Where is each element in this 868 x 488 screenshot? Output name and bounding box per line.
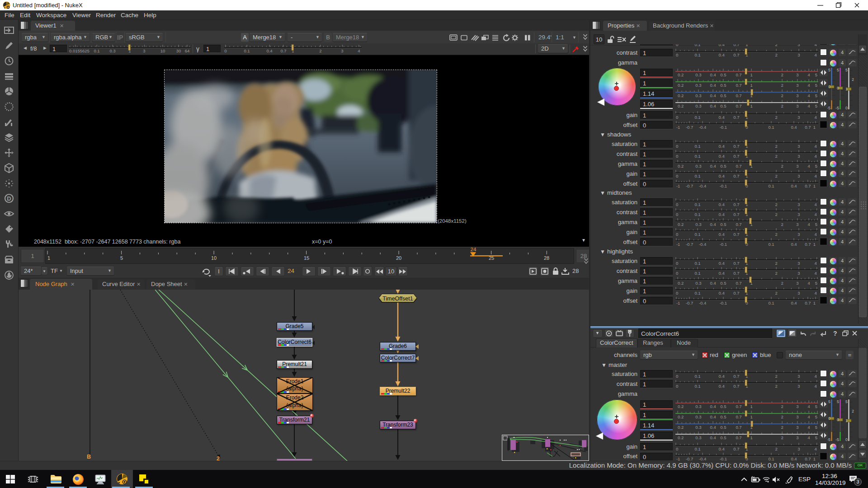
- svg-text:0.4: 0.4: [718, 446, 724, 451]
- svg-text:0.3: 0.3: [695, 404, 701, 409]
- svg-text:0.5: 0.5: [720, 435, 726, 440]
- svg-text:-0.7: -0.7: [686, 300, 693, 305]
- svg-text:4: 4: [815, 115, 817, 120]
- svg-text:0.4: 0.4: [718, 202, 724, 207]
- svg-text:-0.7: -0.7: [686, 125, 693, 130]
- svg-text:2: 2: [781, 404, 783, 409]
- svg-text:I: I: [218, 268, 219, 275]
- svg-text:0.3: 0.3: [695, 83, 701, 88]
- svg-text:0.1: 0.1: [694, 261, 700, 266]
- svg-text:2: 2: [775, 52, 777, 57]
- svg-text:1: 1: [750, 414, 752, 419]
- svg-text:2: 2: [852, 409, 854, 413]
- svg-text:0.4: 0.4: [710, 83, 716, 88]
- svg-text:0.2: 0.2: [678, 435, 684, 440]
- svg-text:24: 24: [471, 247, 476, 252]
- svg-text:0.7: 0.7: [736, 83, 741, 88]
- svg-text:3: 3: [796, 83, 798, 88]
- svg-text:0: 0: [676, 446, 678, 451]
- svg-text:0.7: 0.7: [733, 52, 739, 57]
- svg-text:0.7: 0.7: [733, 374, 739, 379]
- svg-text:0.7: 0.7: [736, 281, 741, 286]
- svg-text:0: 0: [676, 212, 678, 217]
- svg-text:0.7: 0.7: [733, 115, 739, 120]
- svg-text:0.4: 0.4: [710, 93, 716, 98]
- svg-text:0.1: 0.1: [768, 300, 774, 305]
- svg-text:-5: -5: [835, 106, 839, 110]
- svg-text:5: 5: [828, 399, 830, 404]
- svg-text:3: 3: [796, 404, 798, 409]
- svg-text:5: 5: [815, 404, 817, 409]
- svg-text:0: 0: [837, 418, 839, 422]
- svg-text:-0.1: -0.1: [720, 125, 727, 130]
- svg-text:2: 2: [775, 202, 777, 207]
- svg-text:30: 30: [176, 48, 181, 53]
- svg-text:0.7: 0.7: [733, 384, 739, 389]
- svg-text:0.1: 0.1: [694, 174, 700, 178]
- svg-text:2: 2: [781, 222, 783, 227]
- svg-text:0.4: 0.4: [718, 291, 724, 296]
- svg-text:0.3: 0.3: [695, 425, 701, 430]
- svg-text:0.4: 0.4: [710, 222, 716, 227]
- svg-text:4: 4: [807, 435, 810, 440]
- svg-text:0.1: 0.1: [694, 115, 700, 120]
- svg-text:5: 5: [815, 83, 817, 88]
- svg-text:0.2: 0.2: [678, 404, 684, 409]
- svg-text:3: 3: [797, 174, 800, 178]
- svg-text:4: 4: [815, 144, 817, 149]
- svg-text:4: 4: [815, 52, 817, 57]
- svg-text:0.7: 0.7: [733, 154, 739, 159]
- svg-text:0: 0: [828, 416, 830, 421]
- svg-text:-0.1: -0.1: [720, 183, 727, 188]
- svg-text:0: 0: [676, 202, 678, 207]
- svg-text:2: 2: [775, 174, 777, 178]
- svg-text:0.1: 0.1: [694, 291, 700, 296]
- svg-text:0.1: 0.1: [768, 242, 774, 247]
- svg-text:-0.4: -0.4: [699, 125, 706, 130]
- svg-text:0: 0: [845, 106, 848, 110]
- svg-text:0.2: 0.2: [678, 414, 684, 419]
- svg-text:2: 2: [775, 291, 777, 296]
- svg-text:0.4: 0.4: [718, 144, 724, 149]
- svg-text:2: 2: [781, 435, 783, 440]
- svg-text:0.7: 0.7: [280, 48, 286, 53]
- svg-text:0.5: 0.5: [720, 425, 726, 430]
- svg-text:0.7: 0.7: [736, 93, 741, 98]
- svg-text:3: 3: [797, 446, 800, 451]
- svg-text:64: 64: [185, 48, 190, 53]
- svg-text:3: 3: [143, 48, 145, 53]
- svg-text:4: 4: [807, 72, 810, 77]
- svg-text:2: 2: [775, 144, 777, 149]
- svg-text:0.4: 0.4: [710, 414, 716, 419]
- svg-text:0.7: 0.7: [805, 242, 811, 247]
- svg-text:0.4: 0.4: [718, 115, 724, 120]
- svg-text:0.4: 0.4: [718, 174, 724, 178]
- svg-text:0.5: 0.5: [720, 404, 726, 409]
- svg-text:0.2: 0.2: [678, 281, 684, 286]
- svg-text:3: 3: [796, 72, 798, 77]
- svg-text:3: 3: [796, 103, 798, 108]
- svg-text:4: 4: [815, 291, 817, 296]
- svg-text:2: 2: [781, 93, 783, 98]
- svg-text:0: 0: [676, 271, 678, 276]
- svg-text:2: 2: [781, 103, 783, 108]
- svg-text:0.1: 0.1: [694, 202, 700, 207]
- svg-text:4: 4: [815, 384, 817, 389]
- svg-text:0.2: 0.2: [678, 72, 684, 77]
- svg-text:0.5: 0.5: [720, 93, 726, 98]
- svg-text:5: 5: [815, 164, 817, 169]
- svg-text:1: 1: [813, 125, 816, 130]
- svg-text:1: 1: [750, 72, 752, 77]
- svg-text:2: 2: [781, 281, 783, 286]
- svg-text:0.1: 0.1: [694, 232, 700, 237]
- svg-text:2: 2: [781, 414, 783, 419]
- svg-text:0.3: 0.3: [695, 72, 701, 77]
- svg-text:4: 4: [815, 271, 817, 276]
- svg-text:1: 1: [750, 435, 752, 440]
- svg-text:3: 3: [797, 202, 800, 207]
- svg-text:0.3: 0.3: [695, 222, 701, 227]
- svg-text:1: 1: [813, 242, 816, 247]
- svg-text:5: 5: [845, 68, 848, 72]
- svg-text:4: 4: [815, 212, 817, 217]
- svg-text:0.4: 0.4: [718, 261, 724, 266]
